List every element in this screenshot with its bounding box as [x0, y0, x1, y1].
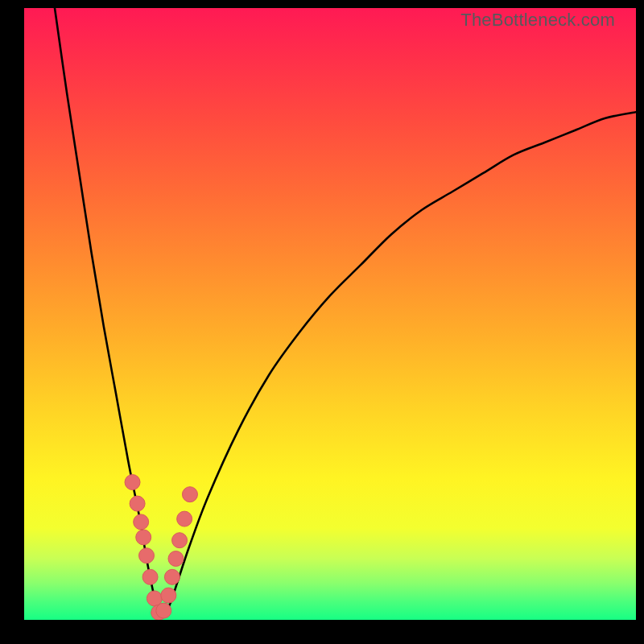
chart-frame: TheBottleneck.com: [0, 0, 644, 644]
highlighted-point: [130, 496, 145, 511]
highlighted-point: [125, 475, 140, 490]
highlighted-point: [156, 603, 171, 618]
highlighted-point: [168, 551, 184, 567]
plot-area: [24, 8, 636, 620]
highlighted-point: [142, 569, 158, 584]
highlighted-point: [164, 569, 180, 584]
bottleneck-curve-svg: [24, 8, 636, 620]
highlighted-point: [172, 533, 188, 548]
highlighted-point: [161, 588, 176, 603]
watermark-text: TheBottleneck.com: [460, 10, 615, 31]
highlighted-point: [177, 511, 192, 526]
highlighted-point: [136, 530, 151, 545]
highlighted-points-group: [125, 475, 197, 621]
highlighted-point: [182, 487, 197, 502]
highlighted-point: [134, 514, 149, 530]
highlighted-point: [139, 548, 155, 564]
